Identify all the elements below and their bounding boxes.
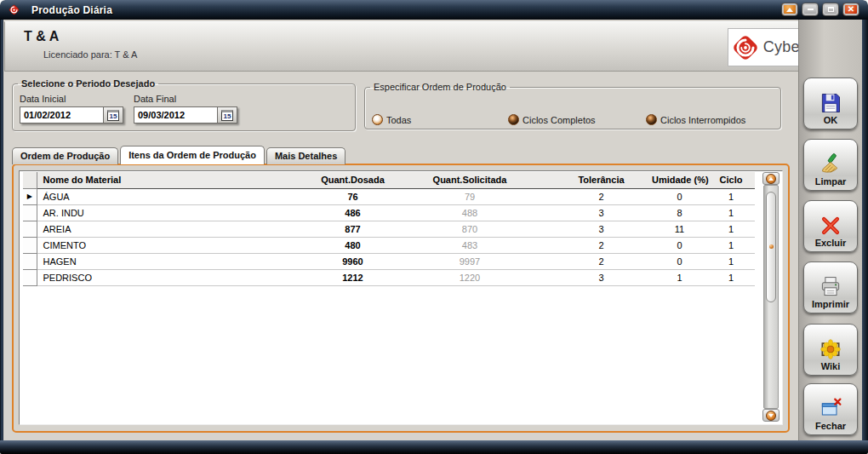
- cell: CIMENTO: [37, 237, 317, 253]
- table-row[interactable]: AR. INDU486488381: [23, 204, 755, 221]
- minimize-icon: [808, 9, 814, 10]
- cell: 3: [551, 221, 652, 237]
- table-row[interactable]: CIMENTO480483201: [23, 237, 755, 253]
- tab-itens-da-ordem[interactable]: Itens da Ordem de Produção: [120, 146, 265, 164]
- cell: 480: [317, 237, 389, 253]
- cell: 1: [707, 269, 755, 285]
- wiki-button[interactable]: Wiki: [803, 324, 858, 376]
- row-gutter: [23, 204, 37, 221]
- scroll-up-button[interactable]: [762, 172, 779, 185]
- table-body: ▶ÁGUA7679201AR. INDU486488381AREIA877870…: [23, 188, 755, 285]
- ok-button[interactable]: OK: [803, 78, 858, 129]
- excluir-button[interactable]: Excluir: [803, 200, 858, 252]
- titlebar: Produção Diária ✕: [0, 0, 868, 20]
- cell: AREIA: [37, 221, 317, 237]
- cell: 488: [389, 204, 551, 221]
- window-controls: ✕: [781, 3, 859, 16]
- scroll-down-button[interactable]: [762, 409, 779, 422]
- cybercontrol-swirl-icon: [729, 32, 762, 64]
- cell: 1: [707, 221, 755, 237]
- cell: HAGEN: [37, 253, 317, 269]
- column-header: Ciclo: [707, 172, 755, 188]
- order-filter-groupbox: Especificar Ordem de Produção Todas Cicl…: [364, 82, 781, 129]
- column-header: Quant.Solicitada: [389, 172, 551, 188]
- delete-x-icon: [818, 214, 843, 238]
- cell: 9997: [389, 253, 551, 269]
- table-container: Nome do MaterialQuant.DosadaQuant.Solici…: [19, 170, 783, 425]
- row-gutter: [23, 221, 37, 237]
- column-header: Nome do Material: [37, 172, 317, 188]
- calendar-icon: 15: [221, 110, 233, 121]
- cell: AR. INDU: [37, 204, 317, 221]
- scrollbar-track[interactable]: [763, 185, 779, 409]
- cell: 0: [652, 253, 707, 269]
- close-button[interactable]: ✕: [842, 3, 859, 16]
- calendar-icon: 15: [107, 110, 119, 121]
- cell: 3: [551, 269, 652, 285]
- scroll-up-icon: [766, 174, 776, 184]
- table-row[interactable]: HAGEN99609997201: [23, 253, 755, 269]
- cell: 870: [389, 221, 551, 237]
- cell: 0: [652, 188, 707, 204]
- cell: 1: [707, 253, 755, 269]
- column-header: Tolerância: [551, 172, 652, 188]
- cell: PEDRISCO: [37, 269, 317, 285]
- imprimir-button[interactable]: Imprimir: [803, 261, 858, 313]
- broom-icon: [818, 152, 843, 176]
- close-window-icon: [818, 397, 843, 421]
- limpar-button[interactable]: Limpar: [803, 139, 858, 191]
- window-border-right: [862, 20, 868, 440]
- radio-todas[interactable]: Todas: [372, 114, 411, 125]
- table-row[interactable]: AREIA8778703111: [23, 221, 755, 237]
- fechar-button[interactable]: Fechar: [803, 383, 858, 435]
- radio-ciclos-completos[interactable]: Ciclos Completos: [508, 114, 596, 125]
- printer-icon: [818, 275, 843, 299]
- scrollbar-thumb[interactable]: [766, 192, 776, 302]
- radio-icon: [508, 114, 519, 125]
- close-icon: ✕: [848, 5, 854, 14]
- cell: 9960: [317, 253, 389, 269]
- rollup-button[interactable]: [781, 3, 798, 16]
- license-text: Licenciado para: T & A: [43, 49, 137, 60]
- maximize-icon: [828, 7, 834, 12]
- cell: 877: [317, 221, 389, 237]
- end-date-input[interactable]: [134, 106, 217, 124]
- column-header: Umidade (%): [652, 172, 707, 188]
- window-title: Produção Diária: [31, 4, 112, 16]
- end-date-group: Data Final 15: [134, 94, 237, 124]
- maximize-button[interactable]: [822, 3, 839, 16]
- period-legend: Selecione o Periodo Desejado: [18, 78, 158, 89]
- radio-icon: [646, 114, 657, 125]
- minimize-button[interactable]: [802, 3, 819, 16]
- window-border-bottom: [0, 440, 868, 454]
- company-name: T & A: [24, 29, 59, 44]
- start-date-calendar-button[interactable]: 15: [103, 106, 123, 124]
- save-icon: [818, 91, 843, 115]
- table-row[interactable]: PEDRISCO12121220311: [23, 269, 755, 285]
- cell: 79: [389, 188, 551, 204]
- cell: 483: [389, 237, 551, 253]
- tab-ordem-de-producao[interactable]: Ordem de Produção: [12, 147, 118, 164]
- period-groupbox: Selecione o Periodo Desejado Data Inicia…: [12, 78, 356, 131]
- flower-icon: [818, 337, 843, 361]
- table-header-row: Nome do MaterialQuant.DosadaQuant.Solici…: [23, 172, 755, 188]
- start-date-label: Data Inicial: [20, 94, 123, 104]
- row-gutter: [23, 237, 37, 253]
- cell: 2: [551, 253, 652, 269]
- radio-ciclos-interrompidos[interactable]: Ciclos Interrompidos: [646, 114, 745, 125]
- row-gutter: [23, 269, 37, 285]
- rollup-icon: [786, 8, 793, 12]
- cell: 1: [652, 269, 707, 285]
- vertical-scrollbar: [762, 172, 779, 422]
- radio-icon: [372, 114, 383, 125]
- start-date-input[interactable]: [20, 106, 103, 124]
- materials-table: Nome do MaterialQuant.DosadaQuant.Solici…: [23, 172, 755, 286]
- end-date-label: Data Final: [134, 94, 237, 104]
- tab-mais-detalhes[interactable]: Mais Detalhes: [266, 147, 345, 164]
- order-filter-legend: Especificar Ordem de Produção: [370, 82, 510, 92]
- end-date-calendar-button[interactable]: 15: [217, 106, 237, 124]
- table-row[interactable]: ▶ÁGUA7679201: [23, 188, 755, 204]
- header-band: T & A Licenciado para: T & A CyberContro…: [4, 21, 862, 72]
- action-panel: OK Limpar Excluir: [798, 20, 862, 440]
- cell: 2: [551, 237, 652, 253]
